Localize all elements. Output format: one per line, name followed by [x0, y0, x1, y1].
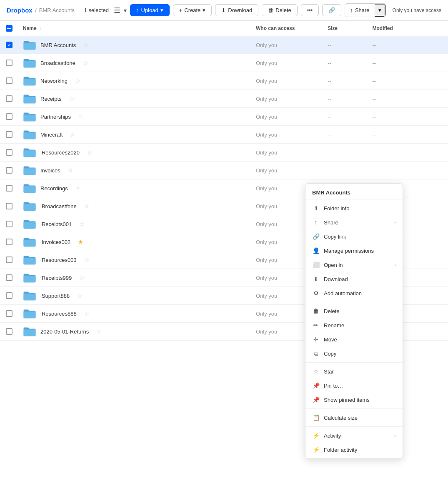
row-checkbox-cell[interactable]: [0, 162, 18, 179]
star-icon[interactable]: ☆: [96, 328, 102, 335]
access-column-header[interactable]: Who can access: [251, 21, 323, 36]
star-icon[interactable]: ★: [78, 239, 83, 245]
star-icon[interactable]: ☆: [77, 292, 83, 299]
menu-item-pin-to[interactable]: 📌 Pin to…: [305, 378, 403, 393]
row-checkbox-cell[interactable]: [0, 251, 18, 269]
table-row[interactable]: Broadcastfone ☆ Only you -- --: [0, 54, 448, 72]
file-name-text[interactable]: iBroadcastfone: [40, 203, 77, 209]
upload-button[interactable]: ↑ Upload ▾: [130, 4, 170, 16]
menu-item-rename[interactable]: ✏ Rename: [305, 318, 403, 332]
row-checkbox[interactable]: [6, 95, 13, 102]
row-checkbox[interactable]: [6, 239, 13, 245]
app-name[interactable]: Dropbox: [7, 7, 33, 14]
file-name-text[interactable]: 2020-05-01-Returns: [40, 329, 89, 335]
row-checkbox-cell[interactable]: [0, 197, 18, 215]
row-checkbox[interactable]: [6, 77, 13, 84]
menu-item-open-in[interactable]: ⬜ Open in ›: [305, 258, 403, 272]
file-name-text[interactable]: iReceipts999: [40, 275, 72, 281]
name-column-header[interactable]: Name ↑: [18, 21, 251, 36]
create-button[interactable]: + Create ▾: [173, 4, 212, 16]
share-dropdown-button[interactable]: ▾: [375, 4, 385, 17]
row-checkbox[interactable]: [6, 221, 13, 227]
menu-item-activity[interactable]: ⚡ Activity ›: [305, 428, 403, 443]
star-icon[interactable]: ☆: [69, 95, 75, 102]
star-icon[interactable]: ☆: [70, 131, 75, 138]
download-button[interactable]: ⬇ Download: [215, 4, 258, 16]
table-row[interactable]: Partnerships ☆ Only you -- --: [0, 108, 448, 126]
menu-item-share[interactable]: ↑ Share ›: [305, 215, 403, 229]
row-checkbox-cell[interactable]: [0, 323, 18, 341]
file-name-text[interactable]: Networking: [40, 78, 68, 84]
row-checkbox[interactable]: [6, 292, 13, 299]
row-checkbox[interactable]: [6, 328, 13, 335]
star-icon[interactable]: ☆: [84, 203, 90, 209]
star-icon[interactable]: ☆: [84, 310, 90, 317]
row-checkbox-cell[interactable]: [0, 126, 18, 144]
more-button[interactable]: •••: [301, 4, 319, 16]
star-icon[interactable]: ☆: [75, 185, 81, 192]
row-checkbox[interactable]: [6, 131, 13, 138]
row-checkbox[interactable]: [6, 149, 13, 156]
row-checkbox[interactable]: [6, 60, 13, 66]
star-icon[interactable]: ☆: [78, 113, 84, 120]
row-checkbox[interactable]: [6, 113, 13, 120]
file-name-text[interactable]: iSupport888: [40, 293, 70, 299]
row-checkbox[interactable]: [6, 185, 13, 192]
size-column-header[interactable]: Size: [323, 21, 368, 36]
share-button[interactable]: ↑ Share: [345, 5, 374, 16]
menu-item-manage-permissions[interactable]: 👤 Manage permissions: [305, 244, 403, 258]
table-row[interactable]: BMR Accounts ☆ Only you -- --: [0, 36, 448, 54]
row-checkbox-cell[interactable]: [0, 269, 18, 287]
star-icon[interactable]: ☆: [87, 149, 93, 156]
menu-item-folder-activity[interactable]: ⚡ Folder activity: [305, 443, 403, 457]
table-row[interactable]: Receipts ☆ Only you -- --: [0, 90, 448, 108]
table-row[interactable]: iResources2020 ☆ Only you -- --: [0, 144, 448, 162]
star-icon[interactable]: ☆: [83, 60, 88, 66]
file-name-text[interactable]: iInvoices002: [40, 239, 70, 245]
file-name-text[interactable]: Receipts: [40, 96, 62, 102]
row-checkbox-cell[interactable]: [0, 305, 18, 323]
star-icon[interactable]: ☆: [79, 274, 85, 281]
menu-item-copy-link[interactable]: 🔗 Copy link: [305, 229, 403, 244]
star-icon[interactable]: ☆: [79, 221, 85, 227]
star-icon[interactable]: ☆: [68, 167, 73, 174]
file-name-text[interactable]: Recordings: [40, 185, 68, 192]
file-name-text[interactable]: iResources2020: [40, 149, 80, 156]
row-checkbox-cell[interactable]: [0, 108, 18, 126]
row-checkbox[interactable]: [6, 203, 13, 209]
file-name-text[interactable]: BMR Accounts: [40, 42, 76, 48]
menu-item-add-automation[interactable]: ⚙ Add automation: [305, 286, 403, 300]
file-name-text[interactable]: Invoices: [40, 167, 60, 174]
link-button[interactable]: 🔗: [322, 4, 341, 16]
row-checkbox[interactable]: [6, 274, 13, 281]
file-name-text[interactable]: Broadcastfone: [40, 60, 75, 66]
menu-item-folder-info[interactable]: ℹ Folder info: [305, 201, 403, 215]
row-checkbox-cell[interactable]: [0, 72, 18, 90]
row-checkbox-cell[interactable]: [0, 36, 18, 54]
file-name-text[interactable]: iResources888: [40, 311, 77, 317]
menu-item-star[interactable]: ☆ Star: [305, 364, 403, 378]
row-checkbox-cell[interactable]: [0, 144, 18, 162]
menu-item-copy[interactable]: ⧉ Copy: [305, 346, 403, 361]
star-icon[interactable]: ☆: [75, 77, 80, 84]
menu-item-calculate-size[interactable]: 📋 Calculate size: [305, 411, 403, 425]
file-name-text[interactable]: iResources003: [40, 257, 77, 263]
select-all-checkbox[interactable]: [6, 25, 13, 32]
modified-column-header[interactable]: Modified: [368, 21, 448, 36]
row-checkbox[interactable]: [6, 167, 13, 174]
star-icon[interactable]: ☆: [83, 42, 89, 48]
table-row[interactable]: Minecraft ☆ Only you -- --: [0, 126, 448, 144]
row-checkbox[interactable]: [6, 310, 13, 317]
row-checkbox[interactable]: [6, 42, 13, 48]
row-checkbox-cell[interactable]: [0, 215, 18, 233]
view-toggle-icon[interactable]: ☰: [114, 6, 120, 15]
menu-item-show-pinned[interactable]: 📌 Show pinned items: [305, 393, 403, 407]
row-checkbox-cell[interactable]: [0, 54, 18, 72]
table-row[interactable]: Networking ☆ Only you -- --: [0, 72, 448, 90]
chevron-down-icon[interactable]: ▾: [124, 7, 127, 14]
file-name-text[interactable]: iReceipts001: [40, 221, 72, 227]
file-name-text[interactable]: Minecraft: [40, 132, 63, 138]
row-checkbox-cell[interactable]: [0, 287, 18, 305]
row-checkbox-cell[interactable]: [0, 90, 18, 108]
star-icon[interactable]: ☆: [84, 256, 90, 263]
